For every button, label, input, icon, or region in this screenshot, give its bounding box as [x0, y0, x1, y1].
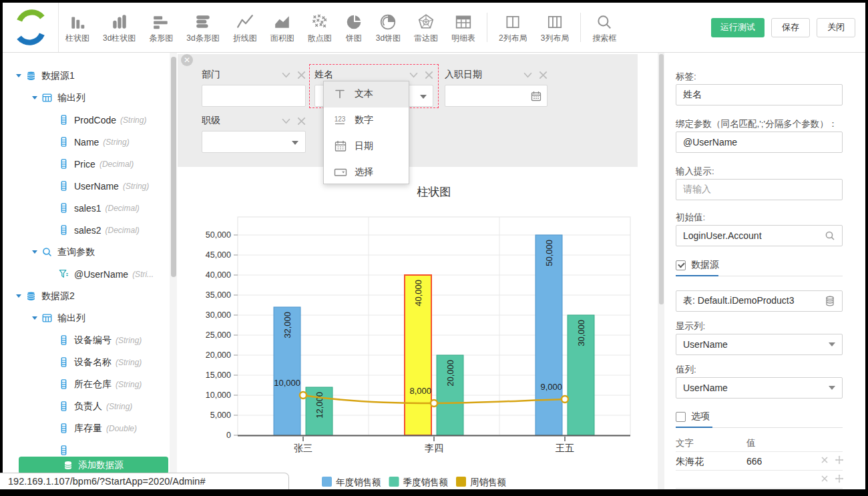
tree-item-UserName[interactable]: UserName(String) — [3, 175, 178, 197]
tree-item-设备编号[interactable]: 设备编号(String) — [3, 329, 178, 351]
tree-item-Name[interactable]: Name(String) — [3, 131, 178, 153]
datasource-checkbox[interactable] — [676, 260, 686, 270]
display-column-select[interactable]: UserName — [676, 334, 843, 355]
tree-item-负责人[interactable]: 负责人(String) — [3, 395, 178, 417]
form-field-rank[interactable]: 职级 — [202, 115, 306, 153]
move-row-icon[interactable] — [835, 455, 844, 465]
menu-item-数字[interactable]: 123数字 — [324, 107, 409, 134]
tree-scrollbar[interactable] — [170, 53, 177, 489]
initial-value-input[interactable]: LoginUser.Account — [676, 225, 843, 246]
tree-item-@UserName[interactable]: @UserName(Stri... — [3, 263, 178, 285]
department-input[interactable] — [202, 85, 306, 107]
chevron-down-icon[interactable] — [282, 71, 290, 79]
menu-item-选择[interactable]: 选择 — [324, 159, 409, 185]
hire-date-input[interactable] — [445, 85, 548, 107]
expander-caret-icon[interactable] — [32, 96, 37, 99]
options-checkbox-row[interactable]: 选项 — [676, 411, 710, 423]
tree-item-设备名称[interactable]: 设备名称(String) — [3, 351, 178, 373]
tool-柱状图[interactable]: 柱状图 — [59, 3, 96, 52]
chart-widget[interactable]: 柱状图05,00010,00015,00020,00025,00030,0003… — [178, 168, 658, 489]
close-widget-icon[interactable]: ✕ — [181, 54, 193, 66]
tree-item-查询参数[interactable]: 查询参数 — [3, 241, 178, 263]
svg-text:40,000: 40,000 — [206, 270, 231, 280]
calendar-icon[interactable] — [531, 91, 541, 101]
tool-折线图[interactable]: 折线图 — [226, 3, 264, 52]
tool-3d柱状图[interactable]: 3d柱状图 — [96, 3, 142, 52]
move-row-icon[interactable] — [835, 474, 844, 483]
tool-雷达图[interactable]: 雷达图 — [407, 3, 445, 52]
datasource-checkbox-row[interactable]: 数据源 — [676, 259, 719, 271]
tree-item-type: (Decimal) — [99, 160, 134, 169]
menu-item-文本[interactable]: 文本 — [324, 81, 409, 107]
expander-caret-icon[interactable] — [16, 294, 21, 298]
tree-item-库存量[interactable]: 库存量(Double) — [3, 417, 178, 439]
run-test-button[interactable]: 运行测试 — [711, 18, 765, 37]
value-column-select[interactable]: UserName — [676, 377, 843, 399]
tree-item-输出列[interactable]: 输出列 — [3, 307, 178, 329]
delete-row-icon[interactable] — [820, 474, 829, 483]
tree-item-数据源1[interactable]: 数据源1 — [3, 65, 178, 87]
expander-caret-icon[interactable] — [32, 250, 37, 254]
save-button[interactable]: 保存 — [771, 18, 810, 37]
tree-scrollbar-thumb[interactable] — [171, 57, 176, 277]
tool-2列布局[interactable]: 2列布局 — [492, 3, 534, 52]
chevron-down-icon[interactable] — [282, 117, 290, 126]
form-field-department[interactable]: 部门 — [202, 69, 306, 107]
option-row-value[interactable]: 666 — [746, 456, 762, 467]
menu-item-日期[interactable]: 日期 — [324, 134, 409, 160]
bind-param-input[interactable]: @UserName — [676, 132, 843, 153]
properties-scrollbar[interactable] — [658, 53, 664, 489]
tool-3d饼图[interactable]: 3d饼图 — [369, 3, 407, 52]
svg-text:15,000: 15,000 — [206, 370, 231, 380]
remove-field-icon[interactable] — [297, 71, 306, 79]
column-field-icon — [59, 203, 69, 213]
rank-select[interactable] — [202, 131, 306, 153]
expander-caret-icon[interactable] — [32, 316, 37, 320]
tool-明细表[interactable]: 明细表 — [445, 3, 482, 52]
input-hint-input[interactable]: 请输入 — [676, 179, 843, 200]
remove-field-icon[interactable] — [539, 71, 548, 79]
tool-面积图[interactable]: 面积图 — [264, 3, 301, 52]
remove-field-icon[interactable] — [297, 117, 306, 126]
option-row-text[interactable]: 朱海花 — [676, 456, 704, 468]
properties-scrollbar-thumb[interactable] — [659, 54, 664, 304]
column-field-icon — [59, 159, 69, 169]
tree-item-type: (String) — [106, 402, 132, 411]
svg-text:35,000: 35,000 — [206, 290, 231, 300]
tool-散点图[interactable]: 散点图 — [301, 3, 339, 52]
add-datasource-button[interactable]: 添加数据源 — [19, 457, 168, 474]
database-icon[interactable] — [825, 296, 835, 306]
close-button[interactable]: 关闭 — [817, 18, 855, 37]
field-type-menu: 文本123数字日期选择 — [323, 81, 409, 184]
tool-条形图[interactable]: 条形图 — [142, 3, 180, 52]
database-icon — [63, 461, 73, 470]
delete-row-icon[interactable] — [820, 455, 829, 465]
tree-item-Price[interactable]: Price(Decimal) — [3, 153, 178, 175]
input-dropdown-caret-icon[interactable] — [420, 95, 427, 99]
tree-item-所在仓库[interactable]: 所在仓库(String) — [3, 373, 178, 395]
options-checkbox[interactable] — [676, 412, 686, 422]
tree-item-type: (Stri... — [132, 270, 154, 279]
chevron-down-icon[interactable] — [523, 71, 532, 79]
tool-搜索框[interactable]: 搜索框 — [586, 3, 623, 52]
tree-item-数据源2[interactable]: 数据源2 — [3, 285, 178, 307]
search-icon[interactable] — [825, 230, 835, 241]
form-field-hire-date[interactable]: 入职日期 — [445, 69, 548, 107]
tree-item-sales1[interactable]: sales1(Decimal) — [3, 197, 178, 219]
remove-field-icon[interactable] — [425, 71, 433, 79]
tree-item-输出列[interactable]: 输出列 — [3, 87, 178, 109]
tree-item-label: 输出列 — [57, 312, 85, 324]
expander-caret-icon[interactable] — [16, 74, 21, 77]
tool-3列布局[interactable]: 3列布局 — [534, 3, 576, 52]
datasource-table-box[interactable]: 表: Default.iDemoProduct3 — [676, 290, 843, 312]
tree-item-sales2[interactable]: sales2(Decimal) — [3, 219, 178, 241]
tool-label: 散点图 — [308, 33, 332, 44]
chevron-down-icon[interactable] — [409, 71, 418, 79]
tool-3d条形图[interactable]: 3d条形图 — [180, 3, 226, 52]
svg-text:20,000: 20,000 — [206, 350, 231, 360]
tool-饼图[interactable]: 饼图 — [339, 3, 369, 52]
tree-item-label: 数据源2 — [41, 290, 75, 302]
tree-item-ProdCode[interactable]: ProdCode(String) — [3, 109, 178, 131]
label-field-input[interactable]: 姓名 — [676, 84, 843, 105]
scatter-chart-icon — [311, 11, 329, 31]
